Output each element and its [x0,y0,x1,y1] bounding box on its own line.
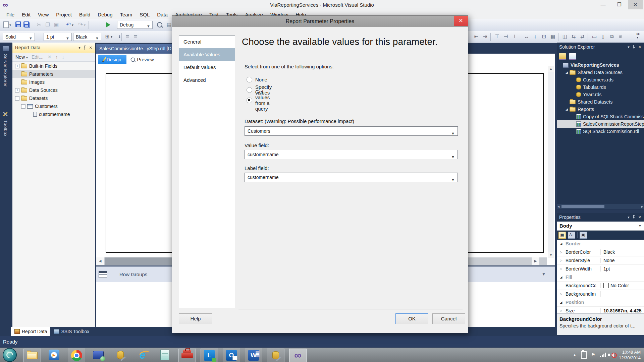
clock[interactable]: 10:48 AM 12/30/2014 [619,349,641,361]
copy-icon[interactable]: ❐ [44,21,52,29]
property-value[interactable]: 10.81667in, 4.425 [601,308,644,313]
menu-team[interactable]: Team [116,10,136,19]
outlook-taskbar-button[interactable]: O [223,349,240,362]
property-value[interactable]: Black [601,249,644,255]
show-all-files-icon[interactable] [569,53,576,60]
property-row-backgroundcc[interactable]: BackgroundCcNo Color [557,282,644,290]
debug-configuration-combo[interactable]: Debug▼ [117,21,153,29]
explorer-taskbar-button[interactable] [23,349,41,362]
dialog-title-bar[interactable]: Report Parameter Properties [172,16,468,27]
expand-property-icon[interactable]: ▷ [557,292,566,296]
expand-property-icon[interactable]: ▷ [557,259,566,262]
border-color-combo[interactable]: Black▼ [73,33,101,41]
save-all-icon[interactable] [23,21,29,27]
paste-icon[interactable]: ▣ [52,21,60,29]
new-item-icon[interactable] [3,21,9,28]
word-taskbar-button[interactable]: W [245,349,262,362]
borders-dropdown-icon[interactable]: ▾ [111,35,112,39]
borders-icon[interactable]: ⊞ [103,33,111,41]
delete-icon[interactable]: ✕ [46,54,54,60]
category-collapse-icon[interactable]: ◢ [557,276,566,279]
align-lefts-icon[interactable]: ⇤ [472,33,480,41]
make-same-height-icon[interactable]: ↕ [531,33,539,41]
menu-sql[interactable]: SQL [136,10,153,19]
ssis-toolbox-bottom-tab[interactable]: SSIS Toolbox [50,327,93,336]
decrease-spacing-icon[interactable]: ⇄ [578,33,586,41]
power-icon[interactable] [581,351,587,359]
toolbox-taskbar-button[interactable] [178,349,196,362]
property-value[interactable]: 1pt [601,266,644,272]
close-button[interactable]: ✕ [628,0,643,9]
solution-item-yearr-rds[interactable]: Yearr.rds [557,91,644,98]
scrollbar-thumb[interactable] [561,205,604,208]
category-collapse-icon[interactable]: ◢ [557,301,566,304]
size-to-grid-icon[interactable]: ▦ [549,33,557,41]
solution-item-shared-datasets[interactable]: Shared Datasets [557,98,644,106]
pin-icon[interactable] [84,46,86,50]
new-item-dropdown-icon[interactable]: ▾ [9,23,11,27]
scroll-down-icon[interactable]: ▼ [548,252,554,258]
property-row-fill[interactable]: ◢Fill [557,273,644,282]
cut-icon[interactable]: ✄ [35,21,43,29]
sql-config-taskbar-button[interactable] [112,349,129,361]
solution-item-sqlshack-commission-rdl[interactable]: SQLShack Commission.rdl [557,128,644,135]
row-groups-chevron-icon[interactable]: ▼ [542,272,546,277]
lync-taskbar-button[interactable]: L [201,349,218,362]
media-player-taskbar-button[interactable] [46,349,62,361]
report-data-item-parameters[interactable]: Parameters [12,70,95,78]
server-explorer-tab[interactable]: Server Explorer [3,54,8,87]
align-middles-icon[interactable]: ⊣ [502,33,510,41]
category-collapse-icon[interactable]: ◢ [557,242,566,245]
report-data-bottom-tab[interactable]: Report Data [11,327,50,336]
menu-project[interactable]: Project [52,10,75,19]
collapse-icon[interactable]: − [21,104,25,109]
action-center-flag-icon[interactable]: ⚑ [591,352,595,357]
menu-data[interactable]: Data [153,10,171,19]
radio-button-icon[interactable] [247,98,252,103]
minimize-button[interactable]: — [596,0,610,9]
property-row-position[interactable]: ◢Position [557,298,644,307]
report-data-item-images[interactable]: Images [12,78,95,86]
pin-icon[interactable] [633,215,635,219]
property-value[interactable]: No Color [601,283,644,288]
dataset-combo[interactable]: Customers▼ [245,126,458,136]
solution-item-shared-data-sources[interactable]: ◢Shared Data Sources [557,69,644,76]
property-row-borderstyle[interactable]: ▷BorderStyleNone [557,256,644,265]
expand-property-icon[interactable]: ▷ [557,309,566,312]
dialog-nav-advanced[interactable]: Advanced [179,74,235,86]
new-menu-button[interactable]: New ▾ [14,54,30,60]
volume-muted-icon[interactable] [611,353,614,357]
pin-icon[interactable] [633,45,635,49]
label-field-combo[interactable]: customername▼ [245,173,458,182]
solution-item-viareportingservices[interactable]: ViaReportingServices [557,61,644,69]
property-pages-icon[interactable]: ▣ [580,232,587,239]
align-tops-icon[interactable]: ⊤ [493,33,501,41]
make-same-width-icon[interactable]: ↔ [523,33,531,41]
properties-object-combo[interactable]: Body ▼ [557,222,644,231]
menu-debug[interactable]: Debug [94,10,116,19]
report-data-item-datasets[interactable]: −Datasets [12,94,95,102]
property-row-border[interactable]: ◢Border [557,240,644,248]
dialog-nav-default-values[interactable]: Default Values [179,61,235,74]
increase-spacing-icon[interactable]: ⇆ [570,33,578,41]
start-debug-icon[interactable] [106,22,110,27]
radio-button-icon[interactable] [247,87,252,93]
bring-to-front-icon[interactable]: ⧉ [608,33,616,41]
dialog-nav-available-values[interactable]: Available Values [179,48,235,61]
undo-icon[interactable]: ↶ [64,21,72,29]
preview-tab[interactable]: Preview [126,55,157,64]
report-data-item-customers[interactable]: −Customers [12,102,95,110]
solution-item-tabular-rds[interactable]: Tabular.rds [557,83,644,91]
expand-icon[interactable]: + [15,88,19,93]
property-value[interactable]: None [601,258,644,263]
align-bottoms-icon[interactable]: ⊥ [511,33,519,41]
hidden-icons-icon[interactable]: ▲ [573,353,576,357]
center-horizontal-icon[interactable]: ▭ [590,33,598,41]
close-panel-icon[interactable]: ✕ [89,46,92,50]
scroll-left-icon[interactable]: ◀ [557,205,559,208]
radio-button-icon[interactable] [247,77,252,82]
toolbar-overflow-left-icon[interactable]: ⇟ [115,33,123,41]
toolbox-tab[interactable]: Toolbox [3,120,8,136]
remote-desktop-taskbar-button[interactable] [90,349,107,361]
close-panel-icon[interactable]: ✕ [638,215,641,220]
